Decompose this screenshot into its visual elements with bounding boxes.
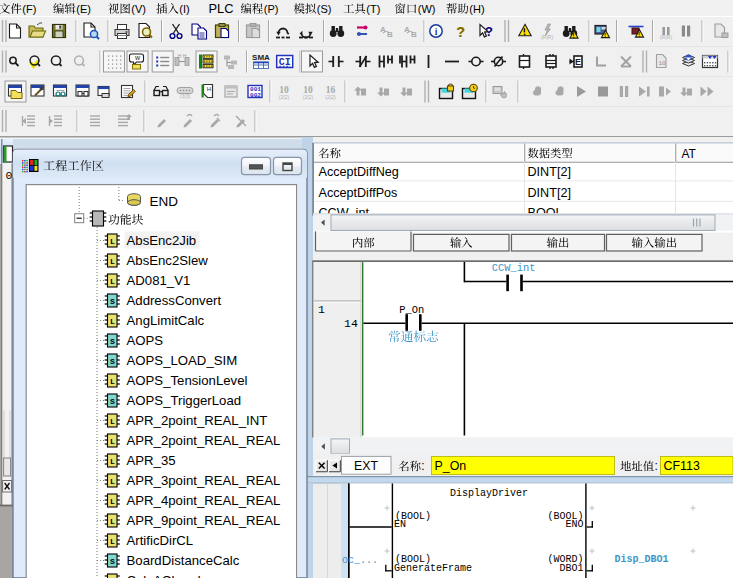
svg-text:(R(R): (R(R) — [660, 34, 673, 40]
svg-text:ENO: ENO — [565, 519, 583, 530]
svg-text:AcceptDiffNeg: AcceptDiffNeg — [319, 165, 399, 179]
svg-text:AOPS_TriggerLoad: AOPS_TriggerLoad — [127, 393, 242, 408]
svg-text:L: L — [110, 417, 115, 426]
svg-text:L: L — [110, 457, 115, 466]
svg-text:(S): (S) — [317, 3, 332, 15]
svg-text:16: 16 — [326, 85, 336, 95]
svg-text:(W): (W) — [418, 3, 436, 15]
svg-text:S: S — [110, 397, 115, 406]
svg-text:APR_4point_REAL_REAL: APR_4point_REAL_REAL — [127, 493, 281, 508]
svg-text:APR_2point_REAL_INT: APR_2point_REAL_INT — [127, 413, 268, 428]
svg-text:AngLimitCalc: AngLimitCalc — [127, 313, 205, 328]
svg-text:L: L — [110, 257, 115, 266]
svg-text:(R(R): (R(R) — [541, 34, 554, 40]
svg-text:w: w — [134, 54, 141, 61]
svg-text:SMA: SMA — [252, 53, 270, 62]
svg-text:AOPS_TensionLevel: AOPS_TensionLevel — [127, 373, 248, 388]
svg-text:S: S — [110, 357, 115, 366]
svg-text:S: S — [110, 337, 115, 346]
svg-text:L: L — [110, 277, 115, 286]
svg-text:DisplayDriver: DisplayDriver — [450, 488, 528, 499]
svg-text:(2(2): (2(2) — [279, 94, 290, 100]
svg-text:DBO1: DBO1 — [559, 563, 583, 574]
svg-text:CF113: CF113 — [664, 459, 700, 473]
svg-text:oc_...: oc_... — [342, 555, 378, 566]
svg-text:1: 1 — [318, 303, 325, 316]
svg-text:EXT: EXT — [354, 459, 378, 473]
svg-text:002: 002 — [250, 92, 261, 99]
svg-text:EN: EN — [394, 519, 406, 530]
svg-text:APR_9point_REAL_REAL: APR_9point_REAL_REAL — [127, 513, 281, 528]
svg-text:AddressConvert: AddressConvert — [127, 293, 222, 308]
svg-text:AD081_V1: AD081_V1 — [127, 273, 191, 288]
svg-text:i: i — [435, 27, 438, 37]
svg-text:END: END — [150, 194, 179, 209]
svg-text:L: L — [110, 437, 115, 446]
svg-text:L: L — [110, 237, 115, 246]
svg-text:H: H — [207, 86, 211, 92]
svg-text:(I): (I) — [179, 3, 189, 15]
svg-text:CalcACLoad: CalcACLoad — [127, 573, 201, 578]
svg-text:L: L — [110, 517, 115, 526]
svg-text:AbsEnc2Jib: AbsEnc2Jib — [127, 233, 197, 248]
svg-text:AOPS_LOAD_SIM: AOPS_LOAD_SIM — [127, 353, 238, 368]
svg-text:(F): (F) — [22, 3, 36, 15]
svg-text:10: 10 — [279, 85, 289, 95]
svg-text:AbsEnc2Slew: AbsEnc2Slew — [127, 253, 209, 268]
svg-text:L: L — [110, 477, 115, 486]
svg-text:ArtificDirCL: ArtificDirCL — [127, 533, 194, 548]
svg-text:DINT[2]: DINT[2] — [528, 165, 571, 179]
svg-text:L: L — [110, 537, 115, 546]
svg-text::: : — [654, 459, 657, 473]
svg-text:PLC: PLC — [209, 1, 234, 16]
svg-text:CCW_int: CCW_int — [492, 262, 536, 274]
svg-text:14: 14 — [344, 317, 358, 330]
svg-text:GenerateFrame: GenerateFrame — [394, 563, 472, 574]
svg-text:(E): (E) — [76, 3, 91, 15]
svg-text:APR_3point_REAL_REAL: APR_3point_REAL_REAL — [127, 473, 281, 488]
svg-text:S: S — [110, 297, 115, 306]
svg-text:10: 10 — [303, 85, 313, 95]
svg-text:AOPS: AOPS — [127, 333, 164, 348]
svg-text:(2(2): (2(2) — [325, 94, 336, 100]
svg-text:L: L — [110, 497, 115, 506]
svg-text:Disp_DBO1: Disp_DBO1 — [615, 554, 669, 565]
svg-text:P_On: P_On — [399, 304, 424, 316]
svg-text:0: 0 — [6, 169, 13, 182]
svg-text:(H): (H) — [469, 3, 484, 15]
svg-text:(P): (P) — [264, 3, 279, 15]
svg-text:DINT[2]: DINT[2] — [528, 186, 571, 200]
svg-text:P_On: P_On — [435, 459, 467, 473]
svg-text:APR_2point_REAL_REAL: APR_2point_REAL_REAL — [127, 433, 281, 448]
svg-text::: : — [421, 459, 424, 473]
svg-text:L: L — [110, 377, 115, 386]
svg-text:BoardDistanceCalc: BoardDistanceCalc — [127, 553, 240, 568]
svg-text:(T): (T) — [366, 3, 380, 15]
svg-text:AcceptDiffPos: AcceptDiffPos — [319, 186, 398, 200]
svg-text:(V): (V) — [131, 3, 146, 15]
svg-text:(2(2): (2(2) — [303, 94, 314, 100]
svg-text:?: ? — [485, 24, 493, 39]
svg-text:H H: H H — [178, 53, 187, 59]
svg-text:AT: AT — [682, 147, 697, 161]
svg-text:(3(3): (3(3) — [180, 93, 191, 99]
svg-text:APR_35: APR_35 — [127, 453, 176, 468]
svg-text:E: E — [575, 57, 581, 67]
svg-text:?: ? — [456, 24, 465, 40]
svg-text:L: L — [110, 317, 115, 326]
svg-text:S: S — [110, 557, 115, 566]
svg-text:10: 10 — [658, 60, 666, 67]
